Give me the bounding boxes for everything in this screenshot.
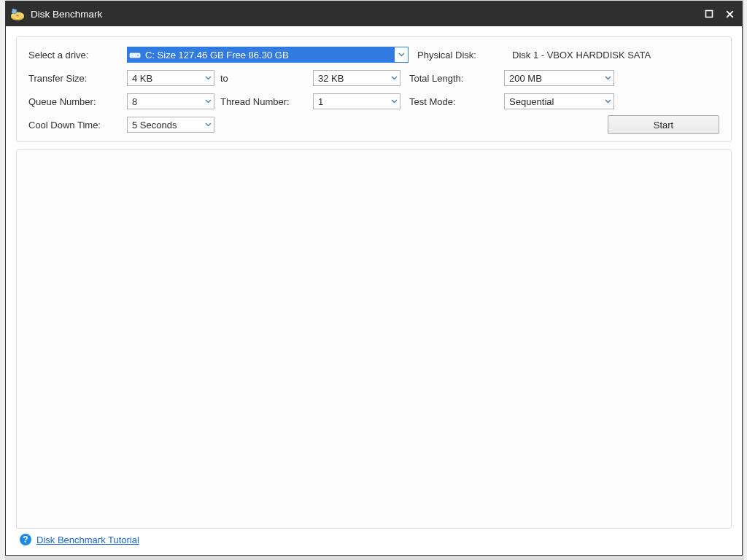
app-icon bbox=[9, 5, 26, 23]
content-area: Select a drive: C: Size 127.46 GB Free 8… bbox=[6, 26, 742, 555]
physical-disk-value: Disk 1 - VBOX HARDDISK SATA bbox=[512, 50, 651, 61]
thread-number-value: 1 bbox=[314, 96, 388, 107]
label-transfer-size: Transfer Size: bbox=[28, 73, 127, 84]
transfer-size-to-value: 32 KB bbox=[314, 73, 388, 84]
titlebar: Disk Benchmark bbox=[6, 1, 742, 26]
results-panel bbox=[16, 149, 732, 529]
label-cool-down: Cool Down Time: bbox=[28, 120, 127, 131]
help-icon: ? bbox=[19, 533, 32, 546]
chevron-down-icon bbox=[602, 99, 614, 104]
label-total-length: Total Length: bbox=[409, 73, 504, 84]
label-physical-disk: Physical Disk: bbox=[417, 50, 512, 61]
total-length-select[interactable]: 200 MB bbox=[504, 70, 614, 86]
start-button-label: Start bbox=[654, 120, 673, 131]
label-to: to bbox=[214, 73, 313, 84]
chevron-down-icon bbox=[394, 47, 408, 62]
footer: ? Disk Benchmark Tutorial bbox=[16, 529, 732, 548]
svg-rect-3 bbox=[706, 11, 713, 18]
svg-point-5 bbox=[137, 55, 139, 56]
window-title: Disk Benchmark bbox=[31, 9, 697, 20]
label-test-mode: Test Mode: bbox=[409, 96, 504, 107]
test-mode-select[interactable]: Sequential bbox=[504, 93, 614, 109]
queue-number-value: 8 bbox=[128, 96, 202, 107]
test-mode-value: Sequential bbox=[505, 96, 602, 107]
cool-down-value: 5 Seconds bbox=[128, 120, 202, 131]
label-queue-number: Queue Number: bbox=[28, 96, 127, 107]
settings-panel: Select a drive: C: Size 127.46 GB Free 8… bbox=[16, 36, 732, 142]
label-thread-number: Thread Number: bbox=[214, 96, 313, 107]
tutorial-link[interactable]: Disk Benchmark Tutorial bbox=[36, 534, 139, 545]
chevron-down-icon bbox=[388, 76, 400, 80]
drive-select[interactable]: C: Size 127.46 GB Free 86.30 GB bbox=[127, 47, 409, 63]
transfer-size-from-value: 4 KB bbox=[128, 73, 202, 84]
chevron-down-icon bbox=[602, 76, 614, 80]
chevron-down-icon bbox=[388, 99, 400, 104]
svg-point-2 bbox=[16, 15, 19, 16]
drive-select-value: C: Size 127.46 GB Free 86.30 GB bbox=[145, 50, 394, 61]
transfer-size-to-select[interactable]: 32 KB bbox=[313, 70, 400, 86]
total-length-value: 200 MB bbox=[505, 73, 602, 84]
drive-icon bbox=[129, 50, 142, 60]
transfer-size-from-select[interactable]: 4 KB bbox=[127, 70, 214, 86]
close-button[interactable] bbox=[721, 6, 738, 22]
queue-number-select[interactable]: 8 bbox=[127, 93, 214, 109]
chevron-down-icon bbox=[202, 122, 214, 127]
label-select-drive: Select a drive: bbox=[28, 50, 127, 61]
svg-text:?: ? bbox=[23, 534, 28, 545]
disk-benchmark-window: Disk Benchmark Select a drive: bbox=[5, 1, 743, 556]
chevron-down-icon bbox=[202, 99, 214, 104]
chevron-down-icon bbox=[202, 76, 214, 80]
cool-down-select[interactable]: 5 Seconds bbox=[127, 117, 214, 133]
thread-number-select[interactable]: 1 bbox=[313, 93, 400, 109]
start-button[interactable]: Start bbox=[608, 115, 719, 134]
maximize-button[interactable] bbox=[701, 6, 717, 22]
